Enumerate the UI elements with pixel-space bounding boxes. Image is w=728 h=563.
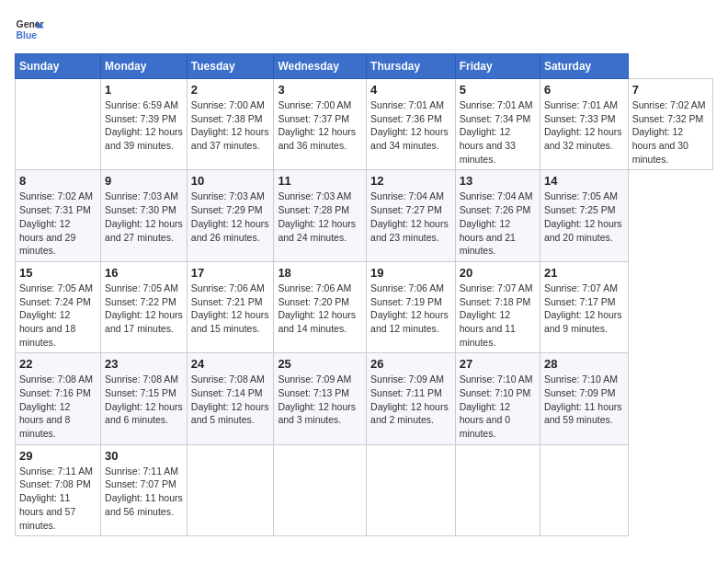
sunset: Sunset: 7:15 PM xyxy=(105,387,176,398)
day-number: 26 xyxy=(370,357,451,371)
day-info: Sunrise: 7:03 AM Sunset: 7:29 PM Dayligh… xyxy=(191,190,270,244)
daylight: Daylight: 12 hours and 15 minutes. xyxy=(191,309,269,334)
sunset: Sunset: 7:24 PM xyxy=(19,296,91,307)
sunset: Sunset: 7:39 PM xyxy=(105,113,176,124)
day-number: 11 xyxy=(278,174,362,188)
sunset: Sunset: 7:37 PM xyxy=(278,113,349,124)
sunrise: Sunrise: 7:01 AM xyxy=(460,99,533,110)
daylight: Daylight: 12 hours and 2 minutes. xyxy=(370,401,449,426)
sunrise: Sunrise: 7:06 AM xyxy=(278,282,351,293)
day-cell xyxy=(540,444,628,535)
svg-text:Blue: Blue xyxy=(17,30,38,40)
day-cell: 29 Sunrise: 7:11 AM Sunset: 7:08 PM Dayl… xyxy=(16,444,101,535)
day-cell: 20 Sunrise: 7:07 AM Sunset: 7:18 PM Dayl… xyxy=(455,261,540,352)
daylight: Daylight: 12 hours and 3 minutes. xyxy=(278,401,356,426)
day-info: Sunrise: 7:02 AM Sunset: 7:32 PM Dayligh… xyxy=(632,98,709,166)
day-number: 22 xyxy=(19,357,97,371)
weekday-header-thursday: Thursday xyxy=(367,54,456,79)
daylight: Daylight: 12 hours and 17 minutes. xyxy=(105,309,183,334)
day-number: 21 xyxy=(544,266,624,280)
sunset: Sunset: 7:27 PM xyxy=(370,204,442,215)
sunset: Sunset: 7:21 PM xyxy=(191,296,263,307)
day-info: Sunrise: 7:11 AM Sunset: 7:08 PM Dayligh… xyxy=(19,465,97,532)
day-number: 27 xyxy=(460,357,536,371)
day-cell: 28 Sunrise: 7:10 AM Sunset: 7:09 PM Dayl… xyxy=(540,353,628,444)
day-number: 30 xyxy=(105,449,183,463)
sunset: Sunset: 7:17 PM xyxy=(544,296,616,307)
sunset: Sunset: 7:26 PM xyxy=(460,204,531,215)
day-cell: 27 Sunrise: 7:10 AM Sunset: 7:10 PM Dayl… xyxy=(455,353,540,444)
day-number: 15 xyxy=(19,266,97,280)
day-number: 6 xyxy=(544,83,624,97)
day-cell: 17 Sunrise: 7:06 AM Sunset: 7:21 PM Dayl… xyxy=(187,261,274,352)
sunrise: Sunrise: 7:05 AM xyxy=(19,282,93,293)
daylight: Daylight: 12 hours and 21 minutes. xyxy=(460,218,516,256)
day-number: 4 xyxy=(370,83,451,97)
daylight: Daylight: 11 hours and 59 minutes. xyxy=(544,401,622,426)
sunset: Sunset: 7:19 PM xyxy=(370,296,442,307)
daylight: Daylight: 12 hours and 34 minutes. xyxy=(370,126,449,151)
day-info: Sunrise: 7:09 AM Sunset: 7:11 PM Dayligh… xyxy=(370,373,451,427)
sunrise: Sunrise: 7:03 AM xyxy=(278,190,351,201)
sunset: Sunset: 7:25 PM xyxy=(544,204,616,215)
day-number: 12 xyxy=(370,174,451,188)
weekday-header-monday: Monday xyxy=(101,54,188,79)
sunrise: Sunrise: 7:09 AM xyxy=(278,373,351,385)
daylight: Daylight: 12 hours and 14 minutes. xyxy=(278,309,356,334)
daylight: Daylight: 12 hours and 32 minutes. xyxy=(544,126,622,151)
week-row-3: 15 Sunrise: 7:05 AM Sunset: 7:24 PM Dayl… xyxy=(16,261,713,352)
daylight: Daylight: 12 hours and 18 minutes. xyxy=(19,309,75,347)
sunrise: Sunrise: 7:04 AM xyxy=(460,190,533,201)
sunrise: Sunrise: 7:11 AM xyxy=(105,465,178,477)
sunrise: Sunrise: 7:05 AM xyxy=(105,282,178,293)
day-info: Sunrise: 7:08 AM Sunset: 7:14 PM Dayligh… xyxy=(191,373,270,427)
day-number: 18 xyxy=(278,266,362,280)
day-cell: 15 Sunrise: 7:05 AM Sunset: 7:24 PM Dayl… xyxy=(16,261,101,352)
daylight: Daylight: 12 hours and 27 minutes. xyxy=(105,218,183,243)
day-info: Sunrise: 7:05 AM Sunset: 7:24 PM Dayligh… xyxy=(19,282,97,349)
day-cell: 19 Sunrise: 7:06 AM Sunset: 7:19 PM Dayl… xyxy=(367,261,456,352)
day-cell: 2 Sunrise: 7:00 AM Sunset: 7:38 PM Dayli… xyxy=(187,79,274,170)
day-number: 28 xyxy=(544,357,624,371)
sunset: Sunset: 7:07 PM xyxy=(105,478,176,489)
day-cell: 18 Sunrise: 7:06 AM Sunset: 7:20 PM Dayl… xyxy=(274,261,367,352)
day-cell xyxy=(274,444,367,535)
day-info: Sunrise: 7:10 AM Sunset: 7:10 PM Dayligh… xyxy=(460,373,536,440)
sunrise: Sunrise: 7:00 AM xyxy=(278,99,351,110)
weekday-header-tuesday: Tuesday xyxy=(187,54,274,79)
daylight: Daylight: 12 hours and 0 minutes. xyxy=(460,401,510,439)
daylight: Daylight: 12 hours and 20 minutes. xyxy=(544,218,622,243)
day-info: Sunrise: 7:08 AM Sunset: 7:15 PM Dayligh… xyxy=(105,373,183,427)
day-number: 2 xyxy=(191,83,270,97)
day-number: 16 xyxy=(105,266,183,280)
day-info: Sunrise: 7:06 AM Sunset: 7:21 PM Dayligh… xyxy=(191,282,270,336)
day-cell: 6 Sunrise: 7:01 AM Sunset: 7:33 PM Dayli… xyxy=(540,79,628,170)
sunset: Sunset: 7:30 PM xyxy=(105,204,176,215)
day-info: Sunrise: 7:08 AM Sunset: 7:16 PM Dayligh… xyxy=(19,373,97,440)
day-info: Sunrise: 7:04 AM Sunset: 7:26 PM Dayligh… xyxy=(460,190,536,257)
day-info: Sunrise: 7:06 AM Sunset: 7:19 PM Dayligh… xyxy=(370,282,451,336)
day-cell: 21 Sunrise: 7:07 AM Sunset: 7:17 PM Dayl… xyxy=(540,261,628,352)
sunrise: Sunrise: 7:10 AM xyxy=(460,373,533,385)
week-row-4: 22 Sunrise: 7:08 AM Sunset: 7:16 PM Dayl… xyxy=(16,353,713,444)
day-number: 1 xyxy=(105,83,183,97)
logo-icon: General Blue xyxy=(15,15,44,44)
sunset: Sunset: 7:13 PM xyxy=(278,387,349,398)
day-number: 13 xyxy=(460,174,536,188)
day-cell xyxy=(367,444,456,535)
sunrise: Sunrise: 7:02 AM xyxy=(19,190,93,201)
day-info: Sunrise: 7:01 AM Sunset: 7:33 PM Dayligh… xyxy=(544,98,624,153)
sunrise: Sunrise: 7:08 AM xyxy=(19,373,93,385)
sunset: Sunset: 7:09 PM xyxy=(544,387,616,398)
sunrise: Sunrise: 7:08 AM xyxy=(191,373,265,385)
day-info: Sunrise: 7:09 AM Sunset: 7:13 PM Dayligh… xyxy=(278,373,362,427)
sunset: Sunset: 7:38 PM xyxy=(191,113,263,124)
day-cell xyxy=(455,444,540,535)
header: General Blue xyxy=(15,15,713,44)
sunset: Sunset: 7:33 PM xyxy=(544,113,616,124)
logo: General Blue xyxy=(15,15,44,44)
day-info: Sunrise: 7:10 AM Sunset: 7:09 PM Dayligh… xyxy=(544,373,624,427)
day-cell: 23 Sunrise: 7:08 AM Sunset: 7:15 PM Dayl… xyxy=(101,353,188,444)
week-row-1: 1 Sunrise: 6:59 AM Sunset: 7:39 PM Dayli… xyxy=(16,79,713,170)
sunrise: Sunrise: 7:08 AM xyxy=(105,373,178,385)
